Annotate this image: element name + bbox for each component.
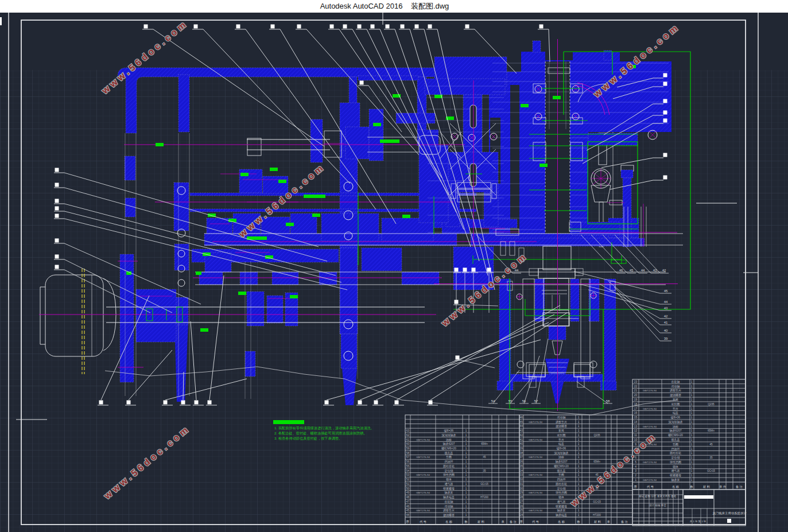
svg-text:45: 45 xyxy=(664,289,668,293)
svg-text:1: 1 xyxy=(465,505,467,508)
svg-text:1: 1 xyxy=(691,474,693,477)
svg-text:GB/T276-94: GB/T276-94 xyxy=(643,407,657,410)
svg-text:端盖: 端盖 xyxy=(558,442,564,445)
svg-text:35: 35 xyxy=(483,469,486,472)
svg-text:41: 41 xyxy=(520,438,523,441)
svg-text:46: 46 xyxy=(619,269,623,272)
svg-text:45: 45 xyxy=(520,421,523,424)
svg-text:轴承6207: 轴承6207 xyxy=(555,460,567,464)
svg-text:数: 数 xyxy=(464,520,468,523)
svg-text:37: 37 xyxy=(520,456,523,459)
svg-text:41: 41 xyxy=(664,321,668,324)
svg-text:GB/T276-94: GB/T276-94 xyxy=(416,473,430,476)
svg-text:弹性挡圈: 弹性挡圈 xyxy=(556,491,567,495)
svg-text:螺钉M6×20: 螺钉M6×20 xyxy=(668,433,683,437)
svg-text:通气器: 通气器 xyxy=(557,500,566,503)
svg-text:24: 24 xyxy=(520,514,523,517)
svg-text:螺钉M6×20: 螺钉M6×20 xyxy=(441,446,456,450)
svg-text:1: 1 xyxy=(691,469,693,472)
svg-text:40: 40 xyxy=(520,442,523,445)
svg-text:1: 1 xyxy=(465,509,467,512)
svg-text:50: 50 xyxy=(406,487,410,490)
svg-text:深沟球轴承: 深沟球轴承 xyxy=(554,451,569,455)
svg-text:39: 39 xyxy=(520,447,523,450)
svg-text:GB/T276-94: GB/T276-94 xyxy=(529,421,542,424)
svg-text:46: 46 xyxy=(520,416,523,419)
svg-text:GCr15: GCr15 xyxy=(707,469,715,472)
svg-text:螺钉M6×20: 螺钉M6×20 xyxy=(554,464,569,468)
svg-text:1: 1 xyxy=(691,416,693,419)
svg-text:轴承6207: 轴承6207 xyxy=(669,429,681,433)
svg-text:GCr15: GCr15 xyxy=(593,500,601,503)
svg-text:55: 55 xyxy=(406,465,410,468)
svg-text:43: 43 xyxy=(664,306,668,310)
svg-text:锁紧螺母: 锁紧螺母 xyxy=(556,504,567,508)
svg-text:59: 59 xyxy=(406,447,410,450)
svg-text:1: 1 xyxy=(578,434,580,437)
svg-text:油标: 油标 xyxy=(445,438,452,442)
svg-text:1: 1 xyxy=(691,465,693,468)
svg-text:GB/T276-94: GB/T276-94 xyxy=(529,473,542,476)
svg-text:GB/T276-94: GB/T276-94 xyxy=(529,491,542,494)
svg-text:42: 42 xyxy=(662,269,666,272)
svg-text:垫圈: 垫圈 xyxy=(673,442,678,446)
svg-text:62: 62 xyxy=(406,434,410,437)
svg-text:定位销: 定位销 xyxy=(671,456,680,460)
svg-text:38: 38 xyxy=(520,452,523,455)
svg-text:52: 52 xyxy=(406,478,410,481)
svg-text:单: 单 xyxy=(501,520,504,523)
svg-text:名 称: 名 称 xyxy=(445,520,453,524)
svg-text:1: 1 xyxy=(465,473,467,476)
svg-text:轴承端盖: 轴承端盖 xyxy=(556,513,567,517)
svg-text:1: 1 xyxy=(691,452,693,455)
svg-text:视孔盖: 视孔盖 xyxy=(671,438,680,442)
svg-text:43: 43 xyxy=(653,269,657,272)
svg-text:Q235: Q235 xyxy=(708,403,715,406)
svg-text:44: 44 xyxy=(664,300,668,304)
svg-text:51: 51 xyxy=(406,483,410,486)
svg-text:材 料: 材 料 xyxy=(477,520,485,524)
svg-text:1: 1 xyxy=(465,438,467,441)
svg-text:1: 1 xyxy=(691,394,693,397)
svg-text:键8×36: 键8×36 xyxy=(670,415,680,420)
svg-text:45: 45 xyxy=(483,456,486,459)
svg-text:26: 26 xyxy=(520,505,523,508)
svg-text:调整垫片: 调整垫片 xyxy=(556,420,567,424)
svg-text:13: 13 xyxy=(634,425,638,428)
svg-text:1: 1 xyxy=(465,465,467,468)
svg-text:油标: 油标 xyxy=(558,455,564,459)
svg-text:序: 序 xyxy=(519,520,522,523)
svg-text:1: 1 xyxy=(465,452,467,455)
svg-text:1: 1 xyxy=(578,452,580,455)
svg-text:1: 1 xyxy=(578,416,580,419)
svg-text:32: 32 xyxy=(520,478,523,481)
svg-text:1: 1 xyxy=(465,483,467,486)
svg-text:1: 1 xyxy=(578,421,580,424)
svg-text:GB/T276-94: GB/T276-94 xyxy=(416,456,430,459)
svg-text:GCr15: GCr15 xyxy=(480,483,488,486)
svg-text:调整垫片: 调整垫片 xyxy=(443,508,455,512)
svg-text:23: 23 xyxy=(634,380,638,383)
svg-text:40: 40 xyxy=(664,329,668,332)
svg-text:1: 1 xyxy=(465,434,467,437)
svg-text:定位销: 定位销 xyxy=(557,487,566,491)
svg-text:31: 31 xyxy=(520,483,523,486)
svg-text:深沟球轴承: 深沟球轴承 xyxy=(669,420,683,424)
svg-text:1: 1 xyxy=(635,479,636,481)
svg-text:箱体: 箱体 xyxy=(673,465,678,468)
svg-text:1: 1 xyxy=(578,429,580,432)
svg-text:单: 单 xyxy=(607,520,610,523)
svg-text:22: 22 xyxy=(634,385,638,388)
svg-text:代 号: 代 号 xyxy=(647,485,654,488)
svg-text:深沟球轴承: 深沟球轴承 xyxy=(442,433,456,437)
svg-text:44: 44 xyxy=(520,425,523,428)
svg-text:21: 21 xyxy=(634,389,638,392)
svg-text:齿轮轴: 齿轮轴 xyxy=(671,380,680,384)
svg-text:1: 1 xyxy=(578,473,580,476)
svg-text:名 称: 名 称 xyxy=(671,485,680,489)
svg-text:GB/T276-94: GB/T276-94 xyxy=(416,491,430,494)
svg-text:放油螺塞: 放油螺塞 xyxy=(443,513,455,517)
svg-text:名 称: 名 称 xyxy=(557,520,565,524)
svg-text:GB/T276-94: GB/T276-94 xyxy=(643,461,657,464)
svg-text:1: 1 xyxy=(465,447,467,450)
